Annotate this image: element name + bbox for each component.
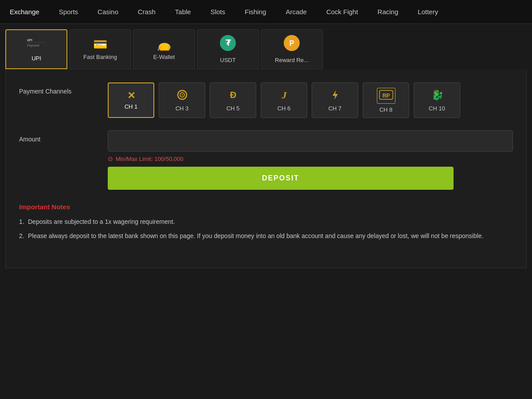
ch3-icon: [176, 89, 188, 102]
tab-usdt[interactable]: ₮ USDT: [197, 29, 259, 69]
ch5-icon: Ð: [227, 89, 239, 102]
deposit-button-wrapper: DEPOSIT: [108, 167, 513, 190]
limit-text: Min/Max Limit: 100/50,000: [116, 156, 183, 162]
nav-item-sports[interactable]: Sports: [49, 0, 88, 23]
ch6-icon: J: [278, 89, 290, 102]
svg-text:Payment: Payment: [27, 44, 39, 47]
notes-list: Deposits are subjected to a 1x wagering …: [19, 217, 513, 241]
amount-label: Amount: [19, 130, 108, 143]
ch3-label: CH 3: [176, 105, 189, 112]
tab-upi-label: UPI: [31, 55, 41, 62]
ch5-label: CH 5: [227, 105, 240, 112]
ch1-label: CH 1: [125, 103, 138, 110]
limit-hint: ⊙ Min/Max Limit: 100/50,000: [108, 155, 513, 162]
nav-item-fishing[interactable]: Fishing: [235, 0, 276, 23]
note-item-2: Please always deposit to the latest bank…: [19, 231, 513, 241]
tab-reward-label: Reward Re...: [275, 57, 309, 63]
payment-channels-label: Payment Channels: [19, 82, 108, 95]
ch7-label: CH 7: [329, 105, 342, 112]
notes-title: Important Notes: [19, 203, 513, 211]
tab-e-wallet[interactable]: 👝 E-Wallet: [133, 29, 195, 69]
warning-icon: ⊙: [108, 155, 113, 162]
channel-ch5[interactable]: Ð CH 5: [210, 82, 256, 118]
amount-input-wrapper: ⊙ Min/Max Limit: 100/50,000: [108, 130, 513, 162]
channel-ch8[interactable]: RP CH 8: [363, 82, 409, 118]
tab-upi[interactable]: UPI Payment UPI: [5, 29, 67, 69]
nav-item-table[interactable]: Table: [165, 0, 201, 23]
ch6-label: CH 6: [278, 105, 291, 112]
nav-item-crash[interactable]: Crash: [128, 0, 165, 23]
nav-item-casino[interactable]: Casino: [88, 0, 128, 23]
ch10-icon: 🐉: [431, 89, 443, 102]
ch8-label: CH 8: [379, 106, 393, 113]
fast-banking-icon: 💳: [93, 39, 107, 50]
main-content: Payment Channels ✕ CH 1 CH 3: [5, 69, 527, 268]
channel-ch6[interactable]: J CH 6: [261, 82, 307, 118]
svg-point-10: [181, 94, 183, 95]
tab-reward[interactable]: P Reward Re...: [261, 29, 323, 69]
usdt-icon: ₮: [220, 35, 236, 53]
svg-marker-13: [332, 90, 338, 100]
tab-fast-banking[interactable]: 💳 Fast Banking: [69, 29, 131, 69]
svg-text:J: J: [281, 90, 287, 101]
svg-text:UPI: UPI: [27, 39, 32, 42]
deposit-button[interactable]: DEPOSIT: [108, 167, 454, 190]
tab-e-wallet-label: E-Wallet: [153, 54, 175, 60]
ch1-icon: ✕: [127, 91, 135, 101]
ch7-icon: [329, 89, 341, 102]
upi-icon: UPI Payment: [25, 37, 47, 51]
reward-icon: P: [284, 35, 300, 53]
nav-item-cockfight[interactable]: Cock Fight: [317, 0, 368, 23]
channels-list: ✕ CH 1 CH 3 Ð: [108, 82, 460, 118]
nav-item-racing[interactable]: Racing: [368, 0, 408, 23]
svg-text:🐉: 🐉: [431, 89, 443, 101]
main-nav: Exchange Sports Casino Crash Table Slots…: [0, 0, 532, 24]
ch8-icon: RP: [377, 88, 395, 104]
payment-tabs: UPI Payment UPI 💳 Fast Banking 👝 E-Walle…: [0, 24, 532, 69]
nav-item-arcade[interactable]: Arcade: [276, 0, 317, 23]
e-wallet-icon: 👝: [157, 39, 171, 50]
nav-item-exchange[interactable]: Exchange: [0, 0, 49, 23]
svg-text:Ð: Ð: [230, 90, 236, 100]
note-item-1: Deposits are subjected to a 1x wagering …: [19, 217, 513, 227]
nav-item-lottery[interactable]: Lottery: [408, 0, 448, 23]
ch10-label: CH 10: [429, 105, 445, 112]
channel-ch1[interactable]: ✕ CH 1: [108, 82, 154, 118]
payment-channels-section: Payment Channels ✕ CH 1 CH 3: [19, 82, 513, 118]
channel-ch3[interactable]: CH 3: [159, 82, 205, 118]
amount-input[interactable]: [108, 130, 513, 152]
svg-text:P: P: [289, 39, 294, 47]
tab-usdt-label: USDT: [220, 57, 235, 63]
amount-section: Amount ⊙ Min/Max Limit: 100/50,000: [19, 130, 513, 162]
notes-section: Important Notes Deposits are subjected t…: [19, 203, 513, 254]
tab-fast-banking-label: Fast Banking: [83, 54, 117, 60]
channel-ch10[interactable]: 🐉 CH 10: [414, 82, 460, 118]
channel-ch7[interactable]: CH 7: [312, 82, 358, 118]
svg-text:RP: RP: [382, 93, 390, 99]
nav-item-slots[interactable]: Slots: [201, 0, 235, 23]
